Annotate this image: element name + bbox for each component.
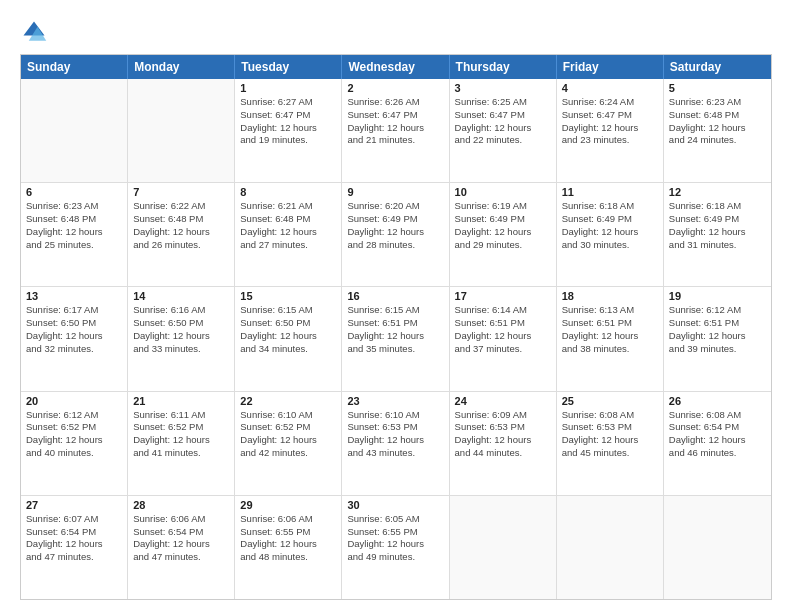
table-row: 8Sunrise: 6:21 AMSunset: 6:48 PMDaylight… (235, 183, 342, 286)
table-row: 27Sunrise: 6:07 AMSunset: 6:54 PMDayligh… (21, 496, 128, 599)
cell-line: Sunrise: 6:15 AM (240, 304, 336, 317)
cell-line: and 34 minutes. (240, 343, 336, 356)
cell-line: and 24 minutes. (669, 134, 766, 147)
cell-line: Sunset: 6:49 PM (562, 213, 658, 226)
cell-line: Sunset: 6:47 PM (562, 109, 658, 122)
table-row: 14Sunrise: 6:16 AMSunset: 6:50 PMDayligh… (128, 287, 235, 390)
table-row: 11Sunrise: 6:18 AMSunset: 6:49 PMDayligh… (557, 183, 664, 286)
cell-line: and 33 minutes. (133, 343, 229, 356)
calendar-body: 1Sunrise: 6:27 AMSunset: 6:47 PMDaylight… (21, 79, 771, 599)
cell-line: Sunset: 6:53 PM (562, 421, 658, 434)
day-number: 30 (347, 499, 443, 511)
cell-line: and 47 minutes. (26, 551, 122, 564)
day-number: 23 (347, 395, 443, 407)
day-number: 7 (133, 186, 229, 198)
col-header-friday: Friday (557, 55, 664, 79)
cell-line: Sunset: 6:49 PM (347, 213, 443, 226)
cell-line: Daylight: 12 hours (562, 122, 658, 135)
cell-line: and 35 minutes. (347, 343, 443, 356)
cell-line: Sunset: 6:47 PM (347, 109, 443, 122)
cell-line: Daylight: 12 hours (455, 330, 551, 343)
day-number: 1 (240, 82, 336, 94)
cell-line: Sunrise: 6:06 AM (133, 513, 229, 526)
cell-line: Sunrise: 6:21 AM (240, 200, 336, 213)
cell-line: Sunset: 6:54 PM (133, 526, 229, 539)
day-number: 21 (133, 395, 229, 407)
page: SundayMondayTuesdayWednesdayThursdayFrid… (0, 0, 792, 612)
cell-line: Sunrise: 6:13 AM (562, 304, 658, 317)
cell-line: Daylight: 12 hours (240, 122, 336, 135)
calendar-header: SundayMondayTuesdayWednesdayThursdayFrid… (21, 55, 771, 79)
cell-line: Sunrise: 6:08 AM (562, 409, 658, 422)
day-number: 29 (240, 499, 336, 511)
cell-line: Sunset: 6:53 PM (347, 421, 443, 434)
cell-line: and 43 minutes. (347, 447, 443, 460)
table-row: 20Sunrise: 6:12 AMSunset: 6:52 PMDayligh… (21, 392, 128, 495)
cell-line: Sunset: 6:47 PM (455, 109, 551, 122)
day-number: 18 (562, 290, 658, 302)
cell-line: and 37 minutes. (455, 343, 551, 356)
cell-line: and 47 minutes. (133, 551, 229, 564)
cell-line: Sunrise: 6:18 AM (562, 200, 658, 213)
col-header-wednesday: Wednesday (342, 55, 449, 79)
cell-line: and 21 minutes. (347, 134, 443, 147)
table-row: 7Sunrise: 6:22 AMSunset: 6:48 PMDaylight… (128, 183, 235, 286)
cell-line: and 46 minutes. (669, 447, 766, 460)
cell-line: Sunrise: 6:23 AM (26, 200, 122, 213)
cell-line: Daylight: 12 hours (455, 122, 551, 135)
table-row (557, 496, 664, 599)
col-header-thursday: Thursday (450, 55, 557, 79)
logo-icon (20, 18, 48, 46)
table-row: 17Sunrise: 6:14 AMSunset: 6:51 PMDayligh… (450, 287, 557, 390)
cell-line: Sunrise: 6:10 AM (240, 409, 336, 422)
cell-line: and 38 minutes. (562, 343, 658, 356)
cell-line: Sunrise: 6:06 AM (240, 513, 336, 526)
cell-line: Daylight: 12 hours (347, 122, 443, 135)
cell-line: Sunrise: 6:17 AM (26, 304, 122, 317)
cell-line: Sunset: 6:50 PM (240, 317, 336, 330)
table-row (450, 496, 557, 599)
day-number: 3 (455, 82, 551, 94)
cell-line: Sunset: 6:49 PM (669, 213, 766, 226)
cell-line: and 23 minutes. (562, 134, 658, 147)
table-row: 15Sunrise: 6:15 AMSunset: 6:50 PMDayligh… (235, 287, 342, 390)
table-row: 22Sunrise: 6:10 AMSunset: 6:52 PMDayligh… (235, 392, 342, 495)
cal-row-2: 13Sunrise: 6:17 AMSunset: 6:50 PMDayligh… (21, 287, 771, 391)
day-number: 6 (26, 186, 122, 198)
table-row: 10Sunrise: 6:19 AMSunset: 6:49 PMDayligh… (450, 183, 557, 286)
day-number: 12 (669, 186, 766, 198)
cell-line: Daylight: 12 hours (26, 226, 122, 239)
cell-line: and 45 minutes. (562, 447, 658, 460)
cell-line: Sunrise: 6:07 AM (26, 513, 122, 526)
cell-line: and 39 minutes. (669, 343, 766, 356)
day-number: 25 (562, 395, 658, 407)
cell-line: and 41 minutes. (133, 447, 229, 460)
cell-line: and 29 minutes. (455, 239, 551, 252)
day-number: 13 (26, 290, 122, 302)
cell-line: Daylight: 12 hours (133, 330, 229, 343)
table-row: 29Sunrise: 6:06 AMSunset: 6:55 PMDayligh… (235, 496, 342, 599)
table-row: 2Sunrise: 6:26 AMSunset: 6:47 PMDaylight… (342, 79, 449, 182)
cell-line: and 28 minutes. (347, 239, 443, 252)
day-number: 27 (26, 499, 122, 511)
cell-line: Sunrise: 6:11 AM (133, 409, 229, 422)
cell-line: Sunrise: 6:23 AM (669, 96, 766, 109)
table-row: 25Sunrise: 6:08 AMSunset: 6:53 PMDayligh… (557, 392, 664, 495)
cell-line: Sunset: 6:53 PM (455, 421, 551, 434)
day-number: 24 (455, 395, 551, 407)
cell-line: Sunrise: 6:09 AM (455, 409, 551, 422)
col-header-sunday: Sunday (21, 55, 128, 79)
table-row: 12Sunrise: 6:18 AMSunset: 6:49 PMDayligh… (664, 183, 771, 286)
cell-line: Daylight: 12 hours (669, 330, 766, 343)
cell-line: and 31 minutes. (669, 239, 766, 252)
table-row: 9Sunrise: 6:20 AMSunset: 6:49 PMDaylight… (342, 183, 449, 286)
cell-line: Daylight: 12 hours (240, 538, 336, 551)
cell-line: Sunset: 6:48 PM (26, 213, 122, 226)
logo (20, 18, 52, 46)
cell-line: Sunset: 6:55 PM (347, 526, 443, 539)
cell-line: Daylight: 12 hours (133, 226, 229, 239)
cell-line: Daylight: 12 hours (562, 434, 658, 447)
cell-line: Daylight: 12 hours (455, 226, 551, 239)
cell-line: Sunrise: 6:12 AM (669, 304, 766, 317)
table-row: 23Sunrise: 6:10 AMSunset: 6:53 PMDayligh… (342, 392, 449, 495)
